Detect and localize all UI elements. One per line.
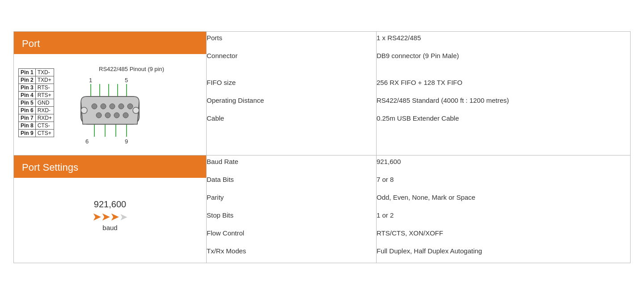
arrow-1: ➤ [93,211,101,223]
arrow-4: ➤ [119,211,127,223]
txrxmodes-label: Tx/Rx Modes [207,245,376,263]
parity-label: Parity [207,191,376,209]
arrow-3: ➤ [110,211,119,223]
flowcontrol-label: Flow Control [207,227,376,245]
fifo-label: FIFO size [207,76,376,94]
connector-value: DB9 connector (9 Pin Male) [377,50,630,67]
svg-text:5: 5 [125,77,128,84]
settings-labels-cell: Baud Rate Data Bits Parity Stop Bits Flo… [207,155,377,263]
port-diagram-cell: Pin 1TXD- Pin 2TXD+ Pin 3RTS- Pin 4RTS+ … [14,54,206,155]
settings-header: Port Settings [14,155,206,178]
pinout-area: Pin 1TXD- Pin 2TXD+ Pin 3RTS- Pin 4RTS+ … [18,66,202,147]
stopbits-value: 1 or 2 [377,209,630,227]
svg-text:9: 9 [125,138,128,145]
port-header: Port [14,32,206,54]
db9-diagram: RS422/485 Pinout (9 pin) 1 5 6 9 [59,66,164,147]
svg-point-14 [92,104,97,109]
table-row: Pin 7RXD+ [19,114,54,122]
opdist-value: RS422/485 Standard (4000 ft : 1200 metre… [377,94,630,112]
port-labels-cell: Ports Connector FIFO size Operating Dist… [207,31,377,155]
svg-point-18 [127,104,133,109]
databits-label: Data Bits [207,173,376,191]
table-row: Pin 1TXD- [19,68,54,76]
baud-number: 921,600 [18,199,202,210]
databits-value: 7 or 8 [377,173,630,191]
ports-value: 1 x RS422/485 [377,32,630,50]
baud-diagram-cell: 921,600 ➤ ➤ ➤ ➤ baud [14,178,206,244]
table-row: Pin 2TXD+ [19,76,54,84]
port-values-cell: 1 x RS422/485 DB9 connector (9 Pin Male)… [377,31,631,155]
flowcontrol-value: RTS/CTS, XON/XOFF [377,227,630,245]
svg-point-16 [110,104,115,109]
pinout-label: RS422/485 Pinout (9 pin) [99,66,164,72]
svg-text:6: 6 [85,138,89,145]
table-row: Pin 3RTS- [19,84,54,91]
settings-values-cell: 921,600 7 or 8 Odd, Even, None, Mark or … [377,155,631,263]
svg-point-21 [114,113,119,118]
baudrate-label: Baud Rate [207,155,376,173]
parity-value: Odd, Even, None, Mark or Space [377,191,630,209]
table-row: Pin 9CTS+ [19,129,54,137]
baudrate-value: 921,600 [377,155,630,173]
arrow-2: ➤ [102,211,110,223]
table-row: Pin 6RXD- [19,106,54,114]
stopbits-label: Stop Bits [207,209,376,227]
connector-label: Connector [207,50,376,67]
port-left-cell: Port Pin 1TXD- Pin 2TXD+ Pin 3RTS- Pin 4… [14,31,207,155]
table-row: Pin 8CTS- [19,122,54,129]
cable-value: 0.25m USB Extender Cable [377,112,630,130]
main-specs-table: Port Pin 1TXD- Pin 2TXD+ Pin 3RTS- Pin 4… [13,31,631,263]
svg-point-24 [133,107,139,113]
svg-point-23 [81,107,87,113]
svg-text:1: 1 [89,77,92,84]
baud-label: baud [18,224,202,231]
baud-display: 921,600 ➤ ➤ ➤ ➤ baud [18,199,202,231]
db9-svg: 1 5 6 9 [59,74,161,146]
svg-point-17 [119,104,124,109]
table-row: Pin 4RTS+ [19,91,54,99]
cable-label: Cable [207,112,376,130]
txrxmodes-value: Full Duplex, Half Duplex Autogating [377,245,630,263]
fifo-value: 256 RX FIFO + 128 TX FIFO [377,76,630,94]
svg-point-15 [101,104,106,109]
pin-table: Pin 1TXD- Pin 2TXD+ Pin 3RTS- Pin 4RTS+ … [18,68,54,137]
svg-point-19 [96,113,102,118]
svg-point-20 [105,113,110,118]
baud-arrows: ➤ ➤ ➤ ➤ [18,211,202,223]
svg-point-22 [123,113,128,118]
ports-label: Ports [207,32,376,50]
settings-left-cell: Port Settings 921,600 ➤ ➤ ➤ ➤ baud [14,155,207,263]
port-section-row: Port Pin 1TXD- Pin 2TXD+ Pin 3RTS- Pin 4… [14,31,631,155]
opdist-label: Operating Distance [207,94,376,112]
table-row: Pin 5GND [19,99,54,106]
port-settings-section-row: Port Settings 921,600 ➤ ➤ ➤ ➤ baud Baud … [14,155,631,263]
